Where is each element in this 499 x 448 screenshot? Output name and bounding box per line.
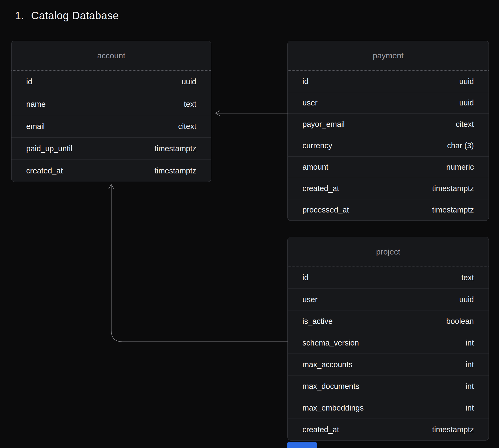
field-type: int [466,360,474,369]
field-name: currency [302,141,332,150]
field-name: is_active [302,317,333,326]
field-name: max_accounts [302,360,352,369]
field-row: currency char (3) [288,135,489,156]
field-row: max_embeddings int [288,397,489,419]
field-row: id uuid [11,71,211,93]
field-name: created_at [302,425,339,434]
field-row: created_at timestamptz [288,178,489,199]
field-name: payor_email [302,120,345,129]
page-title-number: 1. [15,10,24,22]
field-row: paid_up_until timestamptz [11,137,211,160]
field-row: name text [11,93,211,115]
field-row: id uuid [288,71,489,92]
field-row: max_accounts int [288,354,489,375]
field-row: id text [288,267,489,288]
field-type: char (3) [447,141,474,150]
field-name: amount [302,163,328,172]
table-title: account [11,41,211,71]
field-name: paid_up_until [26,144,72,153]
table-node-account[interactable]: account id uuid name text email citext p… [11,41,211,182]
field-row: amount numeric [288,156,489,178]
field-row: is_active boolean [288,310,489,332]
field-name: created_at [302,184,339,193]
field-type: int [466,404,474,412]
field-row: created_at timestamptz [288,419,489,440]
field-type: timestamptz [432,184,474,193]
field-type: citext [178,122,196,131]
field-name: created_at [26,166,63,175]
field-row: user uuid [288,92,489,113]
field-type: timestamptz [432,425,474,434]
field-type: uuid [459,295,474,304]
field-row: payor_email citext [288,113,489,135]
field-type: text [461,273,474,282]
field-name: email [26,122,45,131]
field-type: timestamptz [155,144,196,153]
field-name: name [26,100,46,109]
field-type: int [466,382,474,391]
field-name: max_embeddings [302,404,364,412]
field-type: citext [456,120,474,129]
field-name: user [302,98,317,107]
field-row: schema_version int [288,332,489,354]
field-row: processed_at timestamptz [288,199,489,221]
page-title-text: Catalog Database [31,10,119,22]
field-name: processed_at [302,206,349,214]
field-row: created_at timestamptz [11,160,211,182]
table-node-payment[interactable]: payment id uuid user uuid payor_email ci… [287,41,489,221]
partial-node[interactable] [287,442,317,448]
field-type: text [184,100,196,109]
field-type: timestamptz [432,206,474,214]
relation-arrow-payment-account [216,111,287,116]
field-row: user uuid [288,288,489,310]
field-row: email citext [11,115,211,137]
table-title: project [288,237,489,267]
field-type: boolean [446,317,474,326]
page-title: 1. Catalog Database [15,10,119,22]
field-name: id [302,273,309,282]
field-name: id [26,77,32,86]
field-name: id [302,77,309,86]
field-type: uuid [459,98,474,107]
relation-arrow-project-account [109,184,287,342]
field-name: user [302,295,317,304]
field-type: numeric [446,163,474,172]
field-type: int [466,339,474,347]
field-name: max_documents [302,382,359,391]
field-row: max_documents int [288,375,489,397]
field-name: schema_version [302,339,359,347]
field-type: uuid [182,77,196,86]
field-type: uuid [459,77,474,86]
table-title: payment [288,41,489,71]
table-node-project[interactable]: project id text user uuid is_active bool… [287,237,489,441]
field-type: timestamptz [155,166,196,175]
